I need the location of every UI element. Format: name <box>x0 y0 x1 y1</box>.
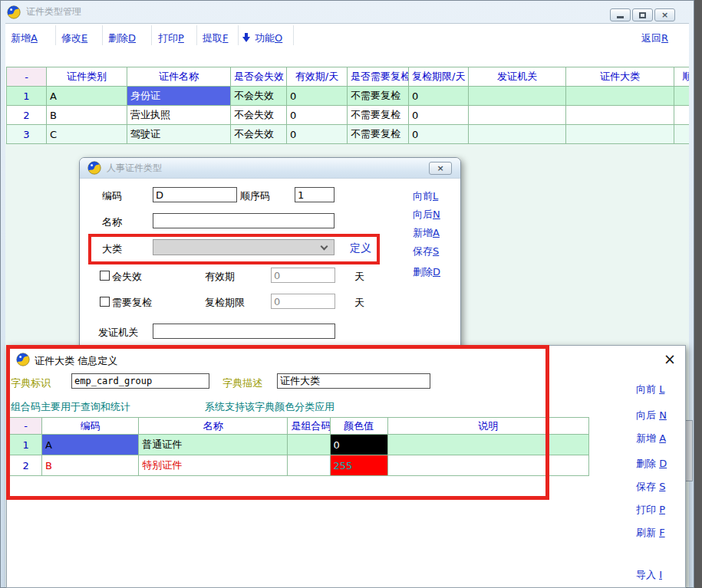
name-label: 名称 <box>102 215 122 229</box>
maximize-icon <box>639 12 646 18</box>
column-header[interactable]: 证件类别 <box>47 67 127 87</box>
close-icon: × <box>437 163 443 173</box>
will-expire-checkbox[interactable] <box>100 271 110 281</box>
will-expire-label: 会失效 <box>112 270 142 284</box>
delete-link[interactable]: 删除 D <box>636 457 667 471</box>
define-link[interactable]: 定义 <box>350 241 371 255</box>
validity-input[interactable] <box>271 268 335 283</box>
category-table: - 编码 名称 是组合码 颜色值 说明 1 A 普通证件 0 2 B 特别证件 … <box>9 417 589 476</box>
selected-cell[interactable]: 身份证 <box>127 87 231 106</box>
toolbar-delete-button[interactable]: 删除D <box>108 31 136 45</box>
column-header[interactable]: 证件名称 <box>127 67 231 87</box>
table-row[interactable]: 2 B 营业执照 不会失效 0 不需要复检 0 <box>7 106 690 125</box>
toolbar-separator <box>55 25 56 45</box>
delete-link[interactable]: 删除D <box>413 265 440 279</box>
prev-link[interactable]: 向前 L <box>636 383 664 396</box>
name-input[interactable] <box>153 213 335 228</box>
dict-id-label: 字典标识 <box>11 376 51 390</box>
column-header[interactable]: 颜色值 <box>330 418 387 435</box>
column-header[interactable]: 名称 <box>139 418 288 435</box>
next-link[interactable]: 向后 N <box>636 409 667 422</box>
personnel-certificate-type-dialog: 人事证件类型 × 编码 顺序码 名称 大类 定义 会失效 有效期 天 需要复检 … <box>79 157 461 349</box>
color-swatch: 0 <box>330 435 387 455</box>
maximize-button[interactable] <box>632 8 653 21</box>
dialog-title: 证件大类 信息定义 <box>35 354 117 368</box>
dict-id-input[interactable] <box>71 373 209 389</box>
add-link[interactable]: 新增 A <box>636 432 666 445</box>
close-icon: × <box>661 11 668 19</box>
prev-link[interactable]: 向前L <box>413 189 438 203</box>
toolbar-function-button[interactable]: 功能O <box>242 31 282 45</box>
column-header[interactable]: - <box>7 67 47 87</box>
column-header[interactable]: 有效期/天 <box>287 67 348 87</box>
category-dropdown[interactable] <box>153 239 335 255</box>
main-titlebar: 证件类型管理 <box>1 1 694 23</box>
recheck-period-input[interactable] <box>271 294 335 309</box>
column-header[interactable]: - <box>10 418 42 435</box>
issuer-input[interactable] <box>153 324 335 339</box>
window-title: 证件类型管理 <box>26 5 81 18</box>
toolbar-back-button[interactable]: 返回R <box>641 31 668 45</box>
table-header-row: - 证件类别 证件名称 是否会失效 有效期/天 是否需要复检 复检期限/天 发证… <box>7 67 690 87</box>
certificate-type-table: - 证件类别 证件名称 是否会失效 有效期/天 是否需要复检 复检期限/天 发证… <box>6 67 689 144</box>
dict-desc-input[interactable] <box>277 373 430 389</box>
column-header[interactable]: 编码 <box>42 418 139 435</box>
column-header[interactable]: 证件大类 <box>566 67 674 87</box>
dialog-close-button[interactable]: × <box>664 350 676 367</box>
save-link[interactable]: 保存S <box>413 245 439 258</box>
column-header[interactable]: 是否需要复检 <box>348 67 409 87</box>
toolbar-extract-button[interactable]: 提取F <box>203 31 228 45</box>
category-label: 大类 <box>102 242 122 256</box>
toolbar-separator <box>151 25 152 45</box>
sequence-input[interactable] <box>295 187 335 202</box>
sequence-label: 顺序码 <box>240 189 270 203</box>
table-row[interactable]: 1 A 身份证 不会失效 0 不需要复检 0 <box>7 87 690 106</box>
selected-cell[interactable]: A <box>42 435 139 455</box>
next-link[interactable]: 向后N <box>413 208 440 222</box>
color-swatch: 255 <box>330 455 387 476</box>
color-hint: 系统支持该字典颜色分类应用 <box>205 400 335 414</box>
column-header[interactable]: 是否会失效 <box>231 67 287 87</box>
column-header[interactable]: 复检期限/天 <box>409 67 469 87</box>
table-row[interactable]: 3 C 驾驶证 不会失效 0 不需要复检 0 <box>7 125 690 144</box>
dialog-title: 人事证件类型 <box>107 162 162 175</box>
add-link[interactable]: 新增A <box>413 226 440 240</box>
toolbar-separator <box>293 25 294 45</box>
code-label: 编码 <box>102 189 122 203</box>
dict-desc-label: 字典描述 <box>222 376 262 390</box>
table-row[interactable]: 1 A 普通证件 0 <box>10 435 589 455</box>
minimize-button[interactable] <box>610 8 631 21</box>
recheck-period-label: 复检期限 <box>205 296 245 310</box>
down-arrow-icon <box>242 33 251 43</box>
print-link[interactable]: 打印 P <box>636 503 665 517</box>
import-link[interactable]: 导入 I <box>636 568 662 582</box>
toolbar-separator <box>102 25 103 45</box>
code-input[interactable] <box>153 187 237 202</box>
toolbar-separator <box>196 25 197 45</box>
column-header[interactable]: 说明 <box>387 418 588 435</box>
need-recheck-checkbox[interactable] <box>100 297 110 307</box>
issuer-label: 发证机关 <box>98 326 138 340</box>
combo-hint: 组合码主要用于查询和统计 <box>11 400 130 414</box>
column-header[interactable]: 顺 <box>674 67 690 87</box>
chevron-down-icon <box>321 243 328 251</box>
column-header[interactable]: 发证机关 <box>469 67 566 87</box>
toolbar-print-button[interactable]: 打印P <box>158 31 184 45</box>
toolbar-edit-button[interactable]: 修改E <box>61 31 87 45</box>
save-link[interactable]: 保存 S <box>636 480 665 494</box>
app-icon <box>7 5 21 19</box>
toolbar-separator <box>238 25 239 45</box>
table-row[interactable]: 2 B 特别证件 255 <box>10 455 589 476</box>
toolbar-add-button[interactable]: 新增A <box>11 31 38 45</box>
column-header[interactable]: 是组合码 <box>288 418 330 435</box>
need-recheck-label: 需要复检 <box>112 296 152 310</box>
scrollbar-thumb[interactable] <box>685 420 693 481</box>
table-header-row: - 编码 名称 是组合码 颜色值 说明 <box>10 418 589 435</box>
refresh-link[interactable]: 刷新 F <box>636 526 665 540</box>
certificate-category-definition-dialog: 证件大类 信息定义 × 字典标识 字典描述 组合码主要用于查询和统计 系统支持该… <box>6 345 686 588</box>
validity-unit: 天 <box>354 270 364 284</box>
close-button[interactable]: × <box>654 8 675 21</box>
dialog-close-button[interactable]: × <box>429 162 452 175</box>
recheck-unit: 天 <box>354 296 364 310</box>
minimize-icon <box>617 16 624 18</box>
